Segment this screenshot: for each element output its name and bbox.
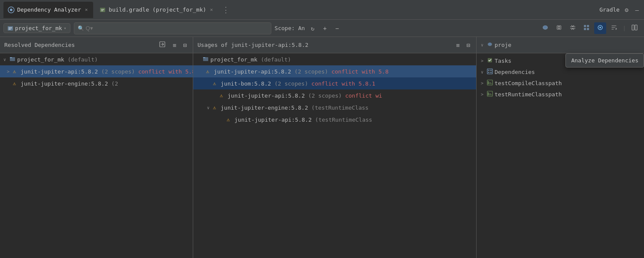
svg-rect-8 (584, 25, 586, 27)
svg-rect-11 (587, 28, 589, 30)
chevron-right-icon: > (481, 92, 485, 97)
right-tree-item-test-runtime[interactable]: > testRuntimeClasspath (477, 89, 644, 100)
svg-point-7 (544, 26, 547, 28)
item-scope: (2 scopes) (98, 68, 135, 75)
scroll-to-source-icon[interactable] (157, 40, 167, 50)
left-panel-content: ∨ project_for_mk (default) > ⚠ junit-jup… (0, 53, 193, 258)
svg-rect-15 (635, 25, 637, 30)
left-collapse-icon[interactable]: ⊟ (182, 41, 188, 49)
minimize-icon[interactable]: — (634, 5, 641, 15)
tab-build-gradle[interactable]: build.gradle (project_for_mk) ✕ (95, 2, 219, 18)
search-input[interactable] (86, 25, 267, 31)
middle-collapse-icon[interactable]: ⊟ (465, 41, 472, 49)
svg-rect-24 (487, 69, 492, 74)
item-text: junit-jupiter-api:5.8.2 (21, 68, 98, 75)
tab2-label: build.gradle (project_for_mk) (109, 6, 206, 13)
item-text: junit-bom:5.8.2 (221, 80, 271, 87)
item-text: junit-jupiter-api:5.8.2 (228, 92, 305, 99)
search-icon: 🔍 (78, 25, 84, 31)
dependency-analyzer-icon (8, 6, 15, 13)
project-dropdown-icon: ▾ (64, 26, 67, 31)
list-item[interactable]: ⚠ junit-jupiter-api:5.8.2 (testRuntimeCl… (193, 114, 476, 126)
item-scope: (testRuntimeClass (308, 104, 369, 111)
list-item[interactable]: ∨ project_for_mk (default) (0, 53, 193, 65)
list-item[interactable]: > ⚠ junit-jupiter-api:5.8.2 (2 scopes) c… (0, 65, 193, 77)
list-item[interactable]: ⚠ junit-jupiter-engine:5.8.2 (2 (0, 77, 193, 89)
svg-rect-25 (488, 70, 489, 71)
warning-icon: ⚠ (213, 80, 219, 86)
list-item[interactable]: ∨ ⚠ junit-jupiter-engine:5.8.2 (testRunt… (193, 101, 476, 114)
chevron-right-icon: > (481, 58, 485, 63)
dependencies-icon (487, 68, 493, 76)
analyze-icon[interactable] (594, 22, 606, 34)
chevron-down-icon: ∨ (207, 105, 211, 110)
refresh-icon[interactable]: ↻ (308, 23, 317, 34)
middle-panel-title: Usages of junit-jupiter-api:5.8.2 (197, 42, 451, 48)
project-selector[interactable]: project_for_mk ▾ (3, 23, 70, 33)
build-gradle-icon (99, 6, 106, 13)
test-runtime-label: testRuntimeClasspath (495, 91, 562, 98)
left-panel-title: Resolved Dependencies (4, 42, 154, 48)
right-tree-item-dependencies[interactable]: ∨ Dependencies (477, 66, 644, 77)
tab-menu-button[interactable]: ⋮ (220, 3, 231, 16)
folder-icon (9, 56, 15, 63)
warning-icon: ⚠ (206, 68, 212, 74)
svg-rect-35 (489, 93, 491, 95)
collapse-all-icon[interactable] (567, 22, 579, 34)
tab1-close[interactable]: ✕ (84, 6, 89, 13)
svg-point-13 (599, 27, 601, 28)
warning-icon: ⚠ (13, 80, 19, 86)
list-item[interactable]: ⚠ junit-jupiter-api:5.8.2 (2 scopes) con… (193, 89, 476, 101)
left-panel-header: Resolved Dependencies ≡ ⊟ (0, 37, 193, 53)
list-item[interactable]: ⚠ junit-jupiter-api:5.8.2 (2 scopes) con… (193, 65, 476, 77)
expand-all-icon[interactable] (553, 22, 565, 34)
toolbar-divider: | (622, 25, 627, 31)
svg-rect-14 (632, 25, 634, 30)
group-icon[interactable] (580, 22, 592, 34)
add-icon[interactable]: + (321, 23, 329, 34)
svg-rect-31 (489, 82, 491, 84)
settings-icon[interactable]: ⚙ (623, 5, 630, 15)
svg-rect-26 (490, 70, 492, 71)
item-scope: (testRuntimeClass (312, 117, 372, 123)
scope-label: Scope: An (275, 25, 305, 31)
tab-bar-right: Gradle ⚙ — (599, 5, 641, 15)
svg-rect-5 (9, 29, 11, 30)
project-name: project_for_mk (15, 25, 62, 31)
tab-bar-left: Dependency Analyzer ✕ build.gradle (proj… (3, 2, 231, 18)
vertical-split-icon[interactable] (629, 22, 641, 34)
left-expand-icon[interactable]: ≡ (171, 41, 178, 49)
dep-bar-icon-2 (487, 91, 493, 98)
toolbar-row: project_for_mk ▾ 🔍 Scope: An ↻ + − (0, 20, 644, 37)
folder-icon (203, 56, 209, 63)
gradle-label: Gradle (599, 6, 620, 13)
sort-icon[interactable] (608, 22, 620, 34)
chevron-down-icon: ∨ (481, 70, 485, 74)
conflict-text: conflict with 5.8.1 (308, 80, 376, 87)
svg-rect-20 (203, 57, 205, 58)
search-box[interactable]: 🔍 (74, 22, 271, 34)
svg-rect-36 (491, 94, 492, 95)
svg-rect-30 (488, 81, 489, 84)
tab2-close[interactable]: ✕ (209, 6, 214, 13)
right-panel-header: ∨ proje (477, 37, 644, 53)
list-item[interactable]: project_for_mk (default) (193, 53, 476, 65)
chevron-down-icon: ∨ (481, 43, 485, 47)
warning-icon: ⚠ (227, 117, 233, 123)
right-tree-item-test-compile[interactable]: > testCompileClasspath (477, 77, 644, 89)
middle-expand-icon[interactable]: ≡ (454, 41, 461, 49)
svg-rect-23 (488, 58, 492, 62)
list-item[interactable]: ⚠ junit-bom:5.8.2 (2 scopes) conflict wi… (193, 77, 476, 89)
svg-rect-9 (587, 25, 589, 27)
main-content: Resolved Dependencies ≡ ⊟ ∨ (0, 37, 644, 258)
tab-dependency-analyzer[interactable]: Dependency Analyzer ✕ (3, 2, 93, 18)
svg-point-22 (489, 43, 491, 45)
elephant-icon[interactable] (539, 22, 551, 34)
remove-icon[interactable]: − (333, 23, 341, 34)
conflict-text: conflict with 5.8 (135, 68, 193, 75)
toolbar-icons: | (539, 22, 641, 34)
middle-panel: Usages of junit-jupiter-api:5.8.2 ≡ ⊟ pr… (193, 37, 477, 258)
tasks-label: Tasks (495, 58, 511, 64)
middle-panel-content: project_for_mk (default) ⚠ junit-jupiter… (193, 53, 476, 258)
svg-rect-18 (10, 57, 12, 58)
